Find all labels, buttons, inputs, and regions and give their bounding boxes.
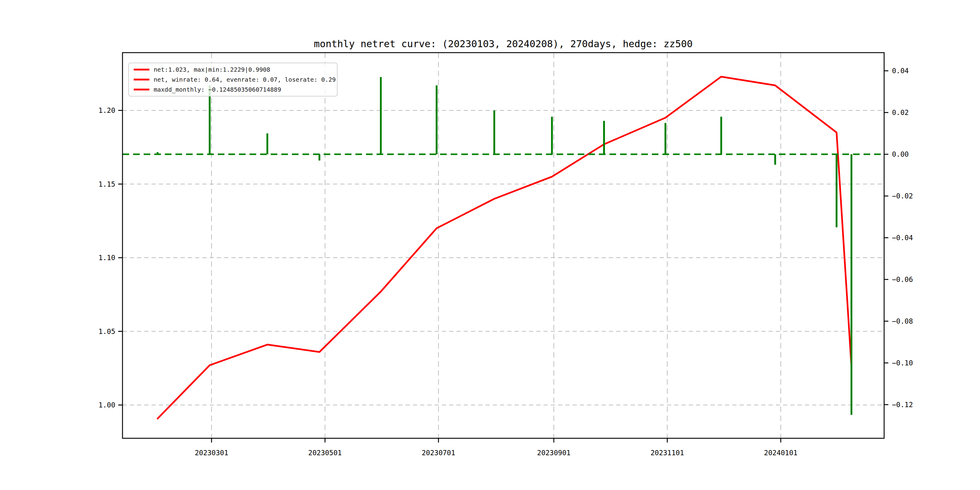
figure: 1.001.051.101.151.200.040.020.00−0.02−0.… bbox=[0, 0, 980, 490]
left-tick-label: 1.10 bbox=[99, 254, 115, 262]
right-tick-label: 0.02 bbox=[892, 108, 908, 116]
legend-row: net:1.023, max|min:1.2229|0.9908 bbox=[129, 65, 337, 75]
chart-title: monthly netret curve: (20230103, 2024020… bbox=[123, 38, 884, 51]
legend-line-swatch bbox=[134, 79, 150, 80]
right-tick-label: −0.08 bbox=[892, 317, 913, 325]
x-tick-label: 20230701 bbox=[422, 449, 455, 457]
legend-line-swatch bbox=[134, 89, 150, 91]
x-tick-label: 20230301 bbox=[195, 449, 228, 457]
left-tick-label: 1.15 bbox=[99, 180, 115, 188]
legend-row: maxdd_monthly: −0.12485035060714889 bbox=[129, 85, 337, 94]
right-tick-label: 0.00 bbox=[892, 150, 908, 158]
right-tick-label: −0.10 bbox=[892, 359, 913, 367]
legend-label-winrate: net, winrate: 0.64, evenrate: 0.07, lose… bbox=[154, 76, 336, 83]
legend-line-swatch bbox=[134, 68, 150, 70]
x-tick-label: 20231101 bbox=[651, 449, 684, 457]
x-tick-label: 20240101 bbox=[764, 449, 798, 457]
legend-label-maxdd: maxdd_monthly: −0.12485035060714889 bbox=[154, 86, 281, 93]
legend-box: net:1.023, max|min:1.2229|0.9908 net, wi… bbox=[128, 63, 337, 97]
left-tick-label: 1.20 bbox=[99, 107, 115, 115]
left-tick-label: 1.00 bbox=[99, 401, 115, 409]
x-tick-label: 20230501 bbox=[308, 449, 342, 457]
legend-label-net: net:1.023, max|min:1.2229|0.9908 bbox=[154, 66, 270, 73]
right-tick-label: −0.12 bbox=[892, 401, 913, 409]
return-bars bbox=[158, 77, 851, 415]
legend-row: net, winrate: 0.64, evenrate: 0.07, lose… bbox=[129, 75, 337, 84]
right-tick-label: −0.04 bbox=[892, 234, 913, 242]
x-tick-label: 20230901 bbox=[537, 449, 571, 457]
right-tick-label: −0.06 bbox=[892, 275, 913, 283]
right-tick-label: −0.02 bbox=[892, 192, 913, 200]
net-line bbox=[158, 77, 851, 418]
right-tick-label: 0.04 bbox=[892, 67, 908, 75]
left-tick-label: 1.05 bbox=[99, 328, 115, 336]
axis-ticks bbox=[118, 71, 888, 442]
